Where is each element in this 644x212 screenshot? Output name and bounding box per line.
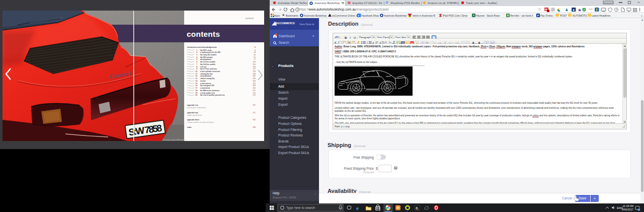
- svg-text:2: 2: [196, 51, 197, 53]
- svg-text:9: 9: [196, 68, 197, 70]
- svg-text:the 2.4-litre models: the 2.4-litre models: [200, 63, 215, 65]
- svg-text:28: 28: [254, 51, 256, 53]
- svg-text:3: 3: [196, 54, 197, 56]
- svg-text:7: 7: [196, 63, 197, 65]
- svg-text:the early 911 models: the early 911 models: [200, 54, 216, 56]
- svg-text:the 2.2-litre models: the 2.2-litre models: [200, 61, 215, 63]
- svg-text:20: 20: [638, 209, 640, 211]
- svg-text:a: a: [416, 206, 418, 209]
- svg-text:revival: revival: [200, 80, 206, 82]
- svg-text:rationalization: rationalization: [200, 75, 211, 77]
- svg-text:engine specifications.: engine specifications.: [187, 114, 203, 116]
- svg-text:268: 268: [253, 73, 256, 75]
- svg-text:134: 134: [253, 61, 256, 63]
- svg-text:a four-cylinder excursion: a four-cylinder excursion: [200, 70, 220, 73]
- svg-text:a replacement for the 356: a replacement for the 356: [200, 51, 220, 53]
- svg-text:471: 471: [253, 90, 256, 92]
- svg-text:a new breed: a new breed: [200, 87, 210, 89]
- svg-text:13: 13: [195, 78, 197, 80]
- svg-text:chassis numbers & production f: chassis numbers & production figures: [187, 121, 214, 123]
- svg-text:index: index: [187, 126, 192, 128]
- svg-text:370: 370: [253, 83, 256, 85]
- svg-text:introduction and acknowledgeme: introduction and acknowledgements: [187, 46, 217, 48]
- svg-text:relative tranquility: relative tranquility: [200, 78, 215, 80]
- svg-text:19: 19: [195, 92, 197, 94]
- svg-text:8: 8: [255, 49, 256, 51]
- svg-text:appendix three: appendix three: [187, 119, 199, 121]
- svg-text:contents: contents: [187, 30, 220, 38]
- svg-text:194: 194: [253, 66, 256, 68]
- svg-text:refining the line: refining the line: [200, 73, 213, 75]
- svg-text:72: 72: [254, 58, 256, 60]
- svg-text:17: 17: [195, 87, 197, 89]
- svg-text:e: e: [356, 205, 359, 211]
- svg-text:62: 62: [254, 56, 256, 58]
- svg-text:8: 8: [196, 66, 197, 68]
- svg-text:6/06/2017: 6/06/2017: [622, 208, 633, 211]
- svg-text:the 911's roots: the 911's roots: [200, 49, 212, 51]
- svg-text:16: 16: [195, 85, 197, 87]
- svg-text:6: 6: [255, 46, 256, 48]
- svg-text:11: 11: [196, 73, 198, 75]
- svg-text:the evergreen 911: the evergreen 911: [200, 85, 214, 87]
- svg-text:5: 5: [196, 58, 197, 60]
- svg-text:the 964 series continues: the 964 series continues: [200, 90, 219, 92]
- svg-text:the 912 variants: the 912 variants: [200, 56, 213, 58]
- svg-text:11:18 AM: 11:18 AM: [622, 204, 633, 207]
- svg-text:developments: developments: [200, 58, 211, 60]
- svg-text:appendix two: appendix two: [187, 112, 198, 114]
- svg-text:in & out: in & out: [200, 66, 207, 68]
- svg-text:44: 44: [254, 54, 256, 56]
- svg-text:525: 525: [253, 94, 256, 96]
- svg-text:★: ★: [578, 8, 582, 13]
- svg-text:Type here to search: Type here to search: [286, 206, 315, 210]
- svg-text:330: 330: [253, 78, 256, 80]
- svg-text:582: 582: [253, 119, 256, 121]
- svg-text:a new carrera: a new carrera: [200, 83, 211, 85]
- svg-text:263: 263: [253, 70, 256, 73]
- svg-text:212: 212: [253, 68, 256, 70]
- svg-text:the 2.7-litre road cars: the 2.7-litre road cars: [200, 68, 217, 70]
- svg-text:356: 356: [253, 80, 256, 82]
- svg-text:15: 15: [195, 83, 197, 85]
- svg-text:588: 588: [253, 126, 256, 128]
- svg-text:20: 20: [195, 94, 197, 96]
- svg-text:160: 160: [253, 63, 256, 65]
- svg-text:a truly modern era: a truly modern era: [200, 92, 215, 94]
- svg-text:440: 440: [253, 87, 256, 89]
- svg-text:★: ★: [573, 9, 575, 12]
- svg-text:10: 10: [195, 70, 197, 73]
- svg-text:P: P: [537, 14, 539, 17]
- svg-text:302: 302: [253, 75, 256, 77]
- svg-text:6: 6: [196, 61, 197, 63]
- svg-text:1: 1: [196, 49, 197, 51]
- svg-text:year-by-year range details: year-by-year range details: [187, 107, 206, 109]
- svg-text:572: 572: [253, 112, 256, 114]
- svg-text:4: 4: [196, 56, 197, 58]
- svg-text:567: 567: [253, 104, 256, 106]
- svg-text:18: 18: [195, 90, 197, 92]
- svg-text:the end of another porsche era: the end of another porsche era: [200, 94, 225, 96]
- svg-text:14: 14: [195, 80, 197, 82]
- svg-text:12: 12: [195, 75, 197, 77]
- svg-text:appendix one: appendix one: [187, 104, 198, 106]
- svg-text:511: 511: [253, 92, 256, 94]
- svg-text:396: 396: [253, 85, 256, 87]
- svg-text:1: 1: [367, 41, 368, 43]
- svg-text:contents: contents: [245, 17, 254, 20]
